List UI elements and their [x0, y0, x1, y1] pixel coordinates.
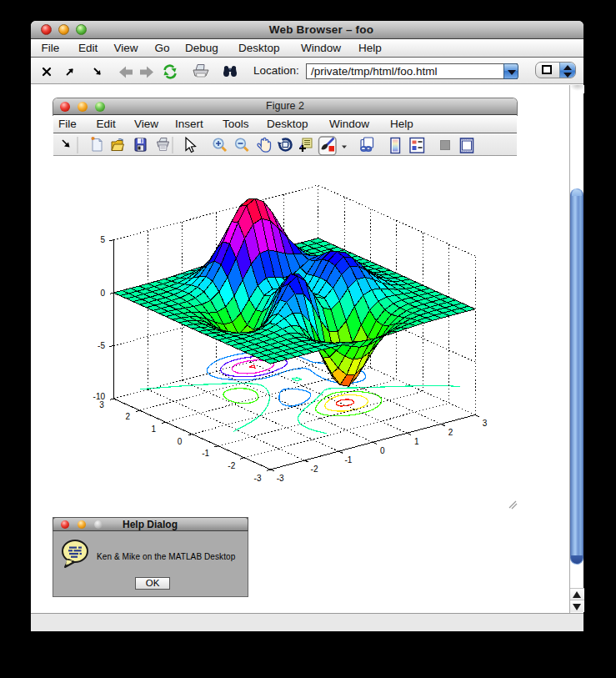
svg-text:-1: -1	[344, 455, 352, 465]
svg-text:-2: -2	[228, 461, 235, 470]
svg-text:0: 0	[178, 437, 183, 446]
svg-text:1: 1	[152, 424, 157, 434]
svg-text:-3: -3	[277, 474, 284, 483]
svg-text:0: 0	[100, 289, 105, 298]
svg-text:3: 3	[99, 400, 104, 409]
svg-text:-2: -2	[311, 465, 318, 474]
svg-text:-10: -10	[93, 392, 106, 401]
svg-text:-3: -3	[254, 474, 262, 483]
svg-text:1: 1	[414, 437, 419, 446]
svg-text:5: 5	[100, 235, 105, 244]
svg-text:-5: -5	[98, 341, 105, 350]
svg-text:-1: -1	[202, 449, 209, 458]
svg-text:2: 2	[125, 412, 130, 421]
svg-text:3: 3	[483, 419, 488, 428]
svg-text:2: 2	[448, 428, 453, 437]
svg-text:0: 0	[380, 446, 385, 455]
